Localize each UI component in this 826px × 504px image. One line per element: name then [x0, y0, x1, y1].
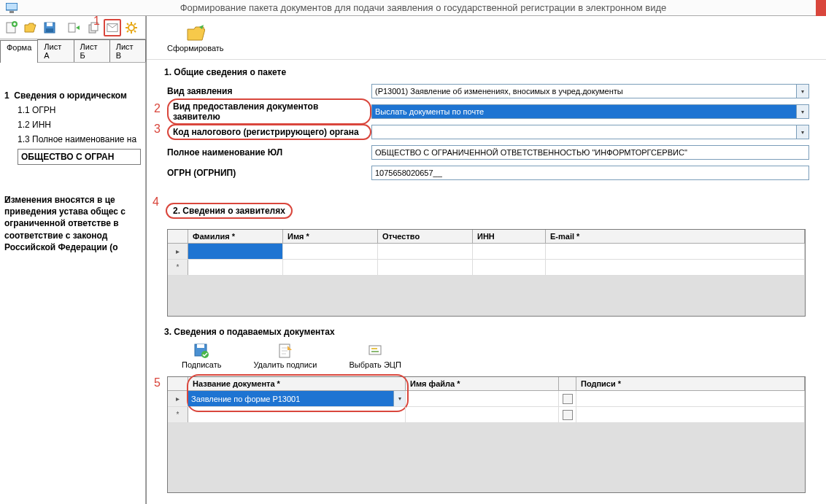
- gear-button[interactable]: [123, 19, 140, 36]
- hdr-docname[interactable]: Название документа *: [188, 377, 406, 390]
- chevron-down-icon[interactable]: ▾: [393, 391, 405, 406]
- doc-name-select[interactable]: Заявление по форме Р13001 ▾: [188, 391, 406, 406]
- applicants-grid[interactable]: Фамилия * Имя * Отчество ИНН E-mail * ▸ …: [167, 229, 806, 317]
- svg-rect-1: [7, 4, 17, 9]
- nav-1-2[interactable]: 1.2 ИНН: [4, 120, 141, 130]
- hdr-email[interactable]: E-mail *: [546, 230, 805, 243]
- left-toolbar: [0, 16, 146, 39]
- tab-listV[interactable]: Лист В: [109, 39, 146, 62]
- svg-point-12: [128, 25, 134, 31]
- table-row[interactable]: *: [168, 407, 805, 423]
- vid-zayav-label: Вид заявления: [167, 86, 371, 96]
- hdr-inn[interactable]: ИНН: [473, 230, 546, 243]
- svg-rect-6: [47, 23, 53, 26]
- doc-right-button[interactable]: [66, 19, 83, 36]
- choose-ecp-button[interactable]: Выбрать ЭЦП: [344, 341, 407, 371]
- open-file-button[interactable]: [22, 19, 39, 36]
- svg-rect-17: [369, 346, 381, 354]
- tab-listB[interactable]: Лист Б: [74, 39, 110, 62]
- docs-toolbar: Подписать Удалить подписи Выбрать ЭЦП: [176, 341, 826, 371]
- kod-nalog-select[interactable]: [371, 125, 809, 139]
- form-package-button[interactable]: Сформировать: [161, 22, 230, 54]
- monitor-icon: [6, 3, 18, 13]
- tab-forma[interactable]: Форма: [0, 40, 38, 63]
- page-title: Формирование пакета документов для подач…: [26, 2, 820, 13]
- section3-title: 3. Сведения о подаваемых документах: [164, 327, 826, 337]
- main-panel: Сформировать 1. Общие сведения о пакете …: [146, 16, 826, 504]
- annotation-1: 1: [93, 15, 100, 28]
- main-toolbar: Сформировать: [147, 16, 826, 60]
- annotation-3: 3: [154, 123, 161, 136]
- nav-section-1[interactable]: 1 Сведения о юридическом: [4, 90, 141, 101]
- save-button[interactable]: [41, 19, 58, 36]
- annotation-5: 5: [154, 376, 161, 389]
- tabs: Форма Лист А Лист Б Лист В: [0, 39, 146, 63]
- hdr-filename[interactable]: Имя файла *: [406, 377, 559, 390]
- unsign-button[interactable]: Удалить подписи: [247, 341, 323, 371]
- svg-rect-7: [46, 28, 53, 32]
- nav-1-3[interactable]: 1.3 Полное наименование на: [4, 134, 141, 144]
- table-row[interactable]: *: [168, 260, 805, 276]
- annotation-2: 2: [154, 102, 161, 115]
- vid-pred-select[interactable]: Выслать документы по почте: [371, 104, 809, 119]
- documents-grid[interactable]: Название документа * Имя файла * Подписи…: [167, 376, 806, 493]
- kod-nalog-label: Код налогового (регистрирующего) органа: [167, 124, 371, 140]
- polnoe-input[interactable]: ОБЩЕСТВО С ОГРАНИЧЕННОЙ ОТВЕТСТВЕННОСТЬЮ…: [371, 145, 809, 160]
- svg-rect-19: [371, 351, 379, 352]
- row-star-icon: *: [168, 260, 188, 275]
- hdr-fam[interactable]: Фамилия *: [188, 230, 283, 243]
- svg-rect-8: [69, 23, 75, 32]
- svg-rect-2: [9, 11, 14, 13]
- row-pointer-icon: ▸: [168, 244, 188, 259]
- checkbox[interactable]: [563, 410, 573, 420]
- nav-1-1[interactable]: 1.1 ОГРН: [4, 105, 141, 115]
- ogrn-input[interactable]: 1075658020657__: [371, 166, 809, 180]
- left-panel: 1 Сведения о юридическом 1.1 ОГРН 1.2 ИН…: [0, 63, 146, 504]
- close-icon[interactable]: [816, 0, 826, 16]
- table-row[interactable]: ▸ Заявление по форме Р13001 ▾: [168, 391, 805, 407]
- hdr-otch[interactable]: Отчество: [378, 230, 473, 243]
- svg-rect-14: [197, 344, 204, 348]
- row-pointer-icon: ▸: [168, 391, 188, 406]
- annotation-4: 4: [153, 195, 159, 209]
- titlebar: Формирование пакета документов для подач…: [0, 0, 826, 16]
- section1-title: 1. Общие сведения о пакете: [164, 67, 826, 77]
- nav-1-3-value: ОБЩЕСТВО С ОГРАН: [18, 149, 141, 165]
- section2-title: 2. Сведения о заявителях: [166, 203, 293, 219]
- table-row[interactable]: ▸: [168, 244, 805, 260]
- form-package-label: Сформировать: [167, 44, 224, 53]
- mail-button[interactable]: [104, 19, 121, 36]
- ogrn-label: ОГРН (ОГРНИП): [167, 168, 371, 178]
- vid-zayav-select[interactable]: (Р13001) Заявление об изменениях, вносим…: [371, 84, 809, 98]
- nav-section-2[interactable]: 2 Изменения вносятся в це приведения уст…: [4, 194, 141, 253]
- svg-rect-18: [371, 348, 377, 349]
- hdr-signatures[interactable]: Подписи *: [576, 377, 805, 390]
- hdr-imya[interactable]: Имя *: [283, 230, 378, 243]
- tab-listA[interactable]: Лист А: [37, 39, 74, 62]
- unsign-label: Удалить подписи: [253, 360, 317, 369]
- new-file-button[interactable]: [3, 19, 20, 36]
- sign-label: Подписать: [182, 360, 221, 369]
- vid-pred-label: Вид предоставления документов заявителю: [167, 98, 371, 125]
- row-star-icon: *: [168, 407, 188, 422]
- ecp-label: Выбрать ЭЦП: [350, 360, 401, 369]
- checkbox[interactable]: [563, 394, 573, 404]
- polnoe-label: Полное наименование ЮЛ: [167, 147, 371, 158]
- sign-button[interactable]: Подписать: [176, 341, 227, 371]
